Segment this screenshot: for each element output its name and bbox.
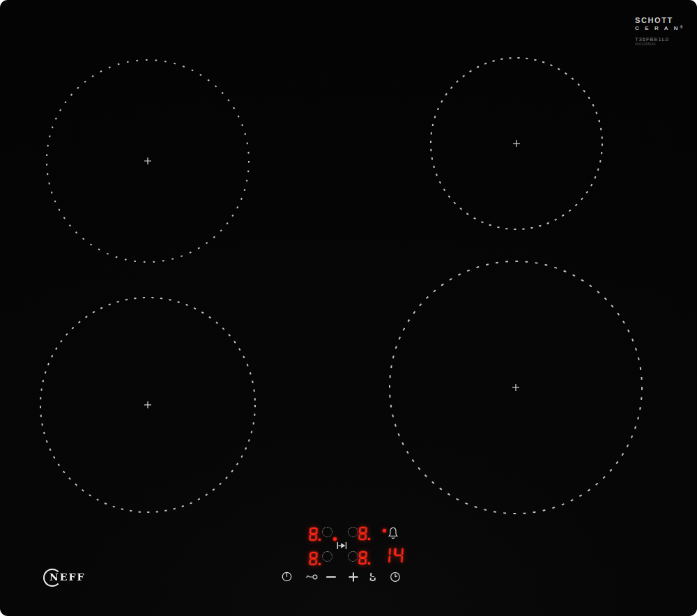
neff-logo: NEFF [43,569,106,590]
boost-b-icon[interactable] [370,572,376,581]
display-front-left [309,552,321,565]
display-rear-left [309,528,321,541]
alarm-indicator-dot [383,529,386,532]
ceran-wordmark: C E R A N® [635,26,691,31]
display-rear-right [359,527,370,540]
schott-wordmark: SCHOTT [635,17,691,25]
zone-select-front-right-key[interactable] [348,551,358,562]
zone-select-rear-left-key[interactable] [322,527,332,537]
plus-icon[interactable] [348,571,359,583]
serial-number: 9001268644 [635,43,691,47]
schott-ceran-label: SCHOTT C E R A N® T36FBE1L0 9001268644 [635,17,691,47]
zone-select-rear-right-key[interactable] [348,527,358,537]
timer-zone-indicator-dot [333,537,337,541]
model-number: T36FBE1L0 [635,37,691,43]
child-lock-key-icon[interactable] [305,573,318,580]
power-move-icon[interactable] [337,541,347,550]
zone-select-front-left-key[interactable] [322,551,332,562]
timer-clock-icon[interactable] [390,571,401,583]
minus-icon[interactable] [326,576,336,578]
product-image: SCHOTT C E R A N® T36FBE1L0 9001268644 N… [0,0,697,616]
display-front-right [359,551,370,564]
induction-hob-surface: SCHOTT C E R A N® T36FBE1L0 9001268644 N… [0,0,697,616]
cooking-zones-layer [0,0,697,616]
bell-icon[interactable] [388,526,399,540]
registered-trademark-icon: ® [680,25,683,29]
power-icon[interactable] [282,571,292,582]
neff-wordmark: NEFF [49,572,85,583]
timer-display [381,548,403,563]
